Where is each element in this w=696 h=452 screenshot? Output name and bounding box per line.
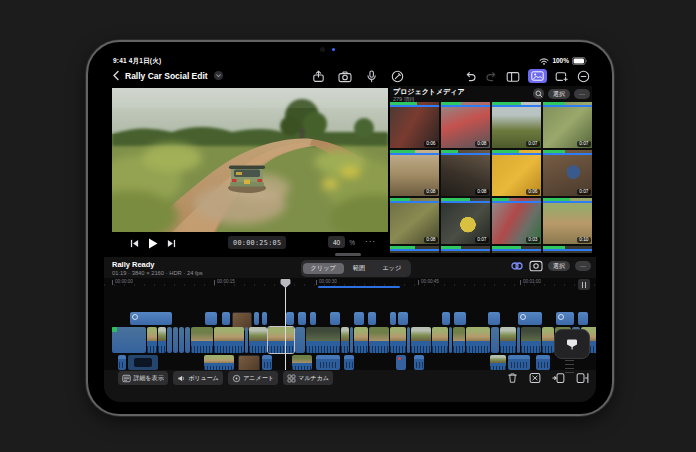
title-clip[interactable]	[286, 312, 294, 325]
connected-clip[interactable]	[238, 355, 260, 370]
playhead-line[interactable]	[285, 279, 286, 370]
media-thumbnail[interactable]: 0:07	[441, 198, 490, 244]
storyline-clip[interactable]	[167, 327, 172, 353]
connected-clip[interactable]	[344, 355, 354, 370]
timeline-more-button[interactable]: ···	[575, 261, 591, 271]
connected-clip[interactable]	[292, 355, 312, 370]
connected-clip[interactable]	[262, 355, 272, 370]
connected-clip[interactable]	[204, 355, 234, 370]
media-thumbnail[interactable]	[441, 246, 490, 253]
connected-clip[interactable]	[508, 355, 530, 370]
media-thumbnail[interactable]: 0:10	[543, 198, 592, 244]
tab-edge[interactable]: エッジ	[374, 263, 409, 275]
media-search-button[interactable]	[533, 88, 544, 99]
storyline-clip[interactable]	[112, 327, 146, 353]
storyline-clip[interactable]	[185, 327, 190, 353]
import-icon[interactable]	[312, 70, 325, 83]
title-clip[interactable]	[578, 312, 588, 325]
title-clip[interactable]	[222, 312, 230, 325]
media-thumbnail[interactable]	[543, 246, 592, 253]
title-clip[interactable]	[518, 312, 542, 325]
panel-resize-handle[interactable]	[335, 253, 361, 256]
back-chevron-icon[interactable]	[112, 70, 120, 81]
connected-clip[interactable]	[128, 355, 158, 370]
timecode-display[interactable]: 00:00:25:05	[228, 236, 286, 249]
storyline-clip[interactable]	[158, 327, 166, 353]
media-thumbnail[interactable]: 0:06	[390, 102, 439, 148]
storyline-clip[interactable]	[390, 327, 406, 353]
connect-clips-icon[interactable]	[510, 260, 524, 272]
add-clip-icon[interactable]	[555, 70, 569, 83]
media-thumbnail[interactable]: 0:03	[492, 198, 541, 244]
title-clip[interactable]	[556, 312, 574, 325]
media-thumbnail[interactable]: 0:07	[543, 102, 592, 148]
title-clip[interactable]	[310, 312, 316, 325]
storyline-clip[interactable]	[466, 327, 490, 353]
remove-circle-icon[interactable]	[577, 70, 590, 83]
media-thumbnail[interactable]	[492, 246, 541, 253]
tab-range[interactable]: 範囲	[345, 263, 373, 275]
storyline-clip[interactable]	[517, 327, 520, 353]
storyline-clip[interactable]	[147, 327, 157, 353]
connected-clip[interactable]	[396, 355, 406, 370]
undo-icon[interactable]	[464, 70, 477, 83]
media-thumbnail[interactable]: 0:08	[390, 198, 439, 244]
storyline-clip[interactable]	[268, 327, 294, 353]
storyline-clip[interactable]	[407, 327, 410, 353]
storyline-clip[interactable]	[191, 327, 213, 353]
media-thumbnail[interactable]	[390, 246, 439, 253]
media-select-button[interactable]: 選択	[548, 89, 570, 99]
multicam-button[interactable]: マルチカム	[283, 371, 333, 385]
title-clip[interactable]	[262, 312, 267, 325]
skip-forward-icon[interactable]	[167, 239, 176, 248]
media-more-button[interactable]: ···	[574, 89, 590, 99]
storyline-clip[interactable]	[214, 327, 244, 353]
storyline-clip[interactable]	[245, 327, 248, 353]
timeline-select-button[interactable]: 選択	[548, 261, 570, 271]
media-thumbnail[interactable]: 0:06	[492, 150, 541, 196]
camera-icon[interactable]	[338, 70, 352, 83]
storyline-clip[interactable]	[449, 327, 452, 353]
storyline-clip[interactable]	[411, 327, 431, 353]
show-details-button[interactable]: 詳細を表示	[118, 371, 168, 385]
trash-icon[interactable]	[507, 372, 518, 384]
project-menu-chevron-icon[interactable]	[213, 70, 224, 81]
title-clip[interactable]	[298, 312, 306, 325]
play-icon[interactable]	[148, 238, 158, 249]
connected-clip[interactable]	[414, 355, 424, 370]
media-thumbnail[interactable]: 0:08	[441, 102, 490, 148]
redo-icon[interactable]	[485, 70, 498, 83]
volume-button[interactable]: ボリューム	[173, 371, 223, 385]
storyline-clip[interactable]	[369, 327, 389, 353]
storyline-clip[interactable]	[542, 327, 554, 353]
video-preview[interactable]	[112, 88, 388, 232]
jog-navigator-button[interactable]	[554, 329, 590, 359]
storyline-clip[interactable]	[354, 327, 368, 353]
storyline-clip[interactable]	[491, 327, 499, 353]
storyline-clip[interactable]	[350, 327, 353, 353]
insert-clip-icon[interactable]	[552, 372, 565, 384]
animate-button[interactable]: アニメート	[228, 371, 278, 385]
pencil-circle-icon[interactable]	[391, 70, 404, 83]
tab-clip[interactable]: クリップ	[303, 263, 344, 275]
viewer-zoom-value[interactable]: 40	[328, 236, 345, 248]
title-clip[interactable]	[398, 312, 408, 325]
media-thumbnail[interactable]: 0:07	[543, 150, 592, 196]
title-clip[interactable]	[205, 312, 217, 325]
storyline-clip[interactable]	[249, 327, 267, 353]
media-browser-button[interactable]	[528, 69, 547, 83]
title-clip[interactable]	[354, 312, 364, 325]
blade-icon[interactable]	[529, 372, 541, 384]
storyline-clip[interactable]	[306, 327, 340, 353]
connected-clip[interactable]	[118, 355, 126, 370]
title-clip[interactable]	[330, 312, 340, 325]
storyline-clip[interactable]	[341, 327, 349, 353]
playhead-pin[interactable]	[280, 278, 291, 290]
split-view-icon[interactable]	[506, 70, 520, 83]
storyline-clip[interactable]	[500, 327, 516, 353]
storyline-clip[interactable]	[179, 327, 184, 353]
title-clip[interactable]	[442, 312, 450, 325]
media-thumbnail[interactable]: 0:08	[390, 150, 439, 196]
title-clip[interactable]	[390, 312, 396, 325]
skip-back-icon[interactable]	[130, 239, 139, 248]
